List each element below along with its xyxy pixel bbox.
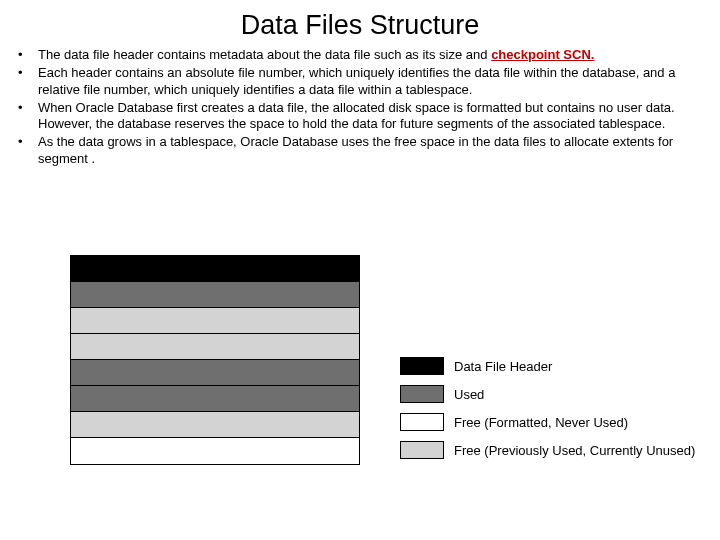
legend-label: Free (Formatted, Never Used) [454, 415, 628, 430]
legend-label: Data File Header [454, 359, 552, 374]
legend-label: Free (Previously Used, Currently Unused) [454, 443, 695, 458]
stack-row [71, 334, 359, 360]
page-title: Data Files Structure [0, 0, 720, 47]
legend-item: Used [400, 385, 695, 403]
legend-label: Used [454, 387, 484, 402]
bullet-text: When Oracle Database first creates a dat… [38, 100, 675, 131]
stack-row [71, 308, 359, 334]
stack-row [71, 438, 359, 464]
data-file-stack [70, 255, 360, 465]
legend-swatch [400, 357, 444, 375]
bullet-text: As the data grows in a tablespace, Oracl… [38, 134, 673, 165]
legend: Data File Header Used Free (Formatted, N… [400, 357, 695, 459]
stack-row [71, 412, 359, 438]
bullet-item: The data file header contains metadata a… [10, 47, 700, 63]
legend-swatch [400, 413, 444, 431]
bullet-text: The data file header contains metadata a… [38, 47, 491, 62]
highlight-term: checkpoint SCN. [491, 47, 594, 62]
legend-swatch [400, 441, 444, 459]
bullet-text: Each header contains an absolute file nu… [38, 65, 675, 96]
stack-row [71, 360, 359, 386]
legend-item: Data File Header [400, 357, 695, 375]
legend-item: Free (Formatted, Never Used) [400, 413, 695, 431]
bullet-list: The data file header contains metadata a… [0, 47, 720, 167]
stack-row [71, 386, 359, 412]
bullet-item: When Oracle Database first creates a dat… [10, 100, 700, 133]
bullet-item: As the data grows in a tablespace, Oracl… [10, 134, 700, 167]
legend-item: Free (Previously Used, Currently Unused) [400, 441, 695, 459]
stack-row [71, 256, 359, 282]
legend-swatch [400, 385, 444, 403]
bullet-item: Each header contains an absolute file nu… [10, 65, 700, 98]
stack-row [71, 282, 359, 308]
data-file-figure: Data File Header Used Free (Formatted, N… [70, 255, 695, 465]
